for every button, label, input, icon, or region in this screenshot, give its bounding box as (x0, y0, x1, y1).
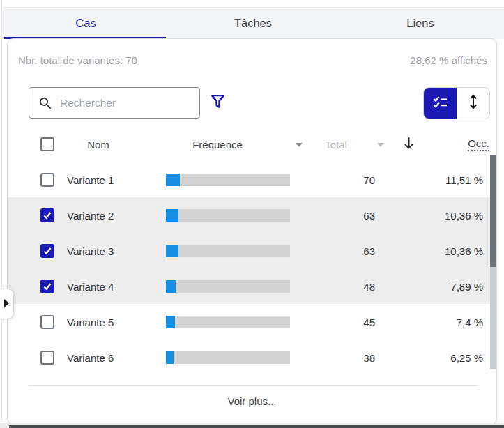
row-checkbox[interactable] (40, 173, 54, 187)
range-toggle-button[interactable] (457, 88, 489, 119)
frequency-bar (166, 351, 290, 364)
total-value: 38 (305, 351, 375, 363)
table-row[interactable]: Variante 5 45 7,4 % (8, 304, 496, 339)
header-nom: Nom (77, 139, 119, 151)
occurrence-value: 7,4 % (457, 316, 483, 328)
total-value: 63 (305, 209, 375, 221)
header-occ[interactable]: Occ. (468, 137, 489, 151)
footer-divider (29, 385, 477, 386)
total-value: 48 (305, 280, 375, 292)
row-checkbox[interactable] (40, 208, 54, 222)
frequency-bar (166, 316, 290, 328)
tab-liens-label: Liens (406, 17, 434, 30)
row-checkbox[interactable] (40, 280, 54, 293)
total-dropdown-caret-icon[interactable] (377, 143, 384, 147)
checklist-icon (432, 95, 448, 112)
voir-plus-link[interactable]: Voir plus... (8, 395, 496, 407)
table-row[interactable]: Variante 2 63 10,36 % (8, 197, 496, 233)
variants-panel: Cas Tâches Liens Nbr. total de variantes… (0, 0, 504, 428)
bottom-edge-strip (9, 425, 504, 428)
frequency-bar (166, 209, 290, 222)
variant-name: Variante 3 (67, 245, 114, 257)
up-down-arrow-icon (468, 94, 478, 112)
table-row[interactable]: Variante 1 70 11,51 % (8, 162, 496, 197)
occurrence-value: 7,89 % (450, 280, 483, 292)
panel-collapse-handle[interactable] (0, 289, 14, 319)
select-all-checkbox[interactable] (40, 137, 54, 151)
table-row[interactable]: Variante 4 48 7,89 % (8, 268, 496, 304)
occurrence-value: 10,36 % (445, 245, 483, 257)
scrollbar-track[interactable] (490, 155, 496, 369)
variant-name: Variante 6 (67, 351, 114, 363)
occurrence-value: 6,25 % (450, 351, 483, 363)
table-row[interactable]: Variante 6 38 6,25 % (8, 339, 496, 375)
sort-direction-arrow-down-icon[interactable] (402, 136, 415, 151)
tab-bar: Cas Tâches Liens (2, 7, 504, 39)
search-icon (38, 96, 52, 109)
row-checkbox[interactable] (40, 244, 54, 258)
filter-funnel-icon[interactable] (210, 93, 226, 112)
occurrence-value: 10,36 % (445, 209, 483, 221)
row-checkbox[interactable] (40, 351, 54, 365)
summary-row: Nbr. total de variantes: 70 28,62 % affi… (18, 54, 487, 66)
variant-name: Variante 5 (67, 316, 114, 328)
total-value: 45 (305, 316, 375, 328)
chevron-right-icon (3, 298, 10, 310)
left-edge-divider (1, 0, 2, 421)
total-variants-label: Nbr. total de variantes: 70 (18, 54, 137, 66)
total-value: 70 (305, 174, 375, 185)
header-total[interactable]: Total (319, 139, 353, 151)
frequency-bar-fill (166, 209, 178, 222)
checklist-toggle-button[interactable] (424, 88, 457, 119)
tab-taches-label: Tâches (234, 17, 272, 30)
frequence-dropdown-caret-icon[interactable] (296, 143, 303, 147)
tab-liens[interactable]: Liens (337, 8, 504, 39)
view-toggle-group (424, 88, 489, 119)
variant-name: Variante 1 (67, 174, 114, 185)
variants-card: Nbr. total de variantes: 70 28,62 % affi… (7, 38, 497, 425)
scrollbar-thumb[interactable] (490, 155, 496, 267)
frequency-bar (166, 245, 290, 257)
table-header: Nom Fréquence Total Occ. (8, 131, 496, 158)
variant-name: Variante 4 (67, 280, 114, 292)
table-row[interactable]: Variante 3 63 10,36 % (8, 233, 496, 268)
frequency-bar (166, 280, 290, 293)
tab-taches[interactable]: Tâches (169, 8, 337, 39)
frequency-bar-fill (166, 351, 174, 364)
frequency-bar-fill (166, 280, 176, 293)
variants-list: Variante 1 70 11,51 % Variante 2 63 10,3… (8, 162, 496, 375)
search-input[interactable] (59, 96, 180, 110)
search-box[interactable] (29, 87, 200, 119)
variant-name: Variante 2 (67, 209, 114, 221)
occurrence-value: 11,51 % (445, 174, 483, 185)
displayed-percent-label: 28,62 % affichés (410, 54, 487, 66)
tab-cas-label: Cas (75, 17, 96, 30)
tab-cas[interactable]: Cas (2, 8, 169, 39)
frequency-bar (166, 174, 290, 186)
frequency-bar-fill (166, 245, 178, 257)
total-value: 63 (305, 245, 375, 257)
row-checkbox[interactable] (40, 315, 54, 329)
frequency-bar-fill (166, 174, 180, 186)
frequency-bar-fill (166, 316, 175, 328)
header-frequence[interactable]: Fréquence (184, 139, 251, 151)
